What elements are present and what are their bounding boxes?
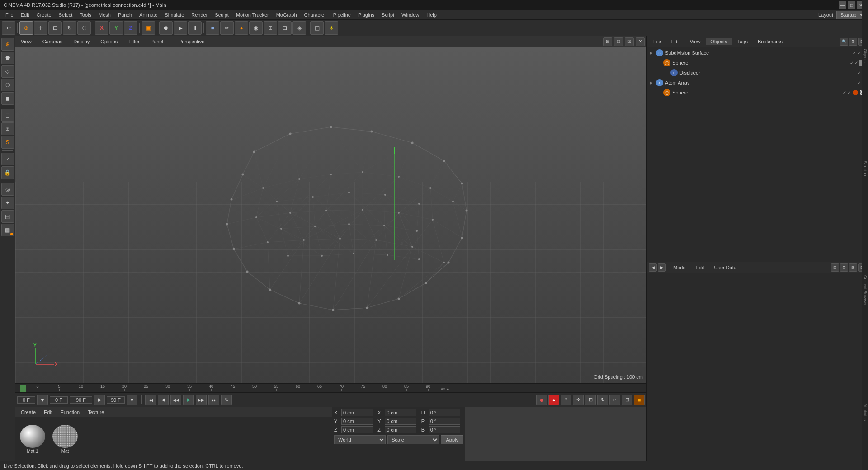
menu-script[interactable]: Script [378, 11, 398, 19]
frame-minus-btn[interactable]: ▼ [37, 395, 48, 405]
menu-punch[interactable]: Punch [114, 11, 136, 19]
material-menu-create[interactable]: Create [17, 409, 39, 416]
menu-plugins[interactable]: Plugins [354, 11, 378, 19]
transform-tool-button[interactable]: ⬡ [77, 21, 91, 35]
menu-mesh[interactable]: Mesh [95, 11, 114, 19]
obj-tab-file[interactable]: File [649, 38, 666, 45]
obj-item-sphere-2[interactable]: ▶ ◯ Sphere ✓ ✓ [648, 88, 867, 98]
rotate-tool-button[interactable]: ↻ [63, 21, 76, 35]
obj-render-sphere2[interactable]: ✓ [847, 90, 851, 95]
attr-tab-mode[interactable]: Mode [669, 264, 690, 271]
menu-animate[interactable]: Animate [136, 11, 161, 19]
viewport-menu-filter[interactable]: Filter [125, 38, 143, 45]
obj-item-displacer[interactable]: ▶ D Displacer ✓ ✓ [648, 68, 867, 78]
tool-knife[interactable]: ✦ [1, 197, 14, 209]
obj-tab-edit[interactable]: Edit [667, 38, 684, 45]
rotate-key-btn[interactable]: ↻ [597, 395, 608, 405]
viewport-icon-1[interactable]: ⊞ [603, 37, 612, 46]
attr-fwd-btn[interactable]: ▶ [658, 263, 666, 272]
obj-item-sphere-1[interactable]: ▶ ◯ Sphere ✓ ✓ [648, 58, 867, 68]
coord-y-size-input[interactable] [385, 418, 416, 425]
coord-system-dropdown[interactable]: World Object [334, 435, 386, 444]
scale-key-btn[interactable]: ⊡ [585, 395, 596, 405]
attr-tab-userdata[interactable]: User Data [710, 264, 741, 271]
obj-tab-objects[interactable]: Objects [706, 38, 731, 45]
loop-btn[interactable]: ↻ [221, 395, 232, 405]
z-axis-button[interactable]: Z [124, 21, 137, 35]
move-tool-button[interactable]: ✛ [34, 21, 47, 35]
menu-edit[interactable]: Edit [17, 11, 33, 19]
display-mode-btn[interactable]: ◫ [310, 21, 324, 35]
apply-button[interactable]: Apply [441, 435, 463, 444]
render2-btn[interactable]: ◈ [292, 21, 306, 35]
frame-plus-btn2[interactable]: ▼ [127, 395, 137, 405]
menu-sculpt[interactable]: Sculpt [211, 11, 232, 19]
tool-uvw[interactable]: ◼ [1, 92, 14, 105]
obj-render-icon-subdivision[interactable]: ✓ [857, 51, 861, 56]
coord-z-pos-input[interactable] [341, 426, 373, 433]
coord-p-rot-input[interactable] [429, 418, 460, 425]
coord-y-pos-input[interactable] [341, 418, 373, 425]
minimize-button[interactable]: — [839, 1, 846, 9]
tool-points[interactable]: ⬟ [1, 52, 14, 64]
play-forward-btn[interactable]: ▶ [183, 395, 194, 405]
obj-arrow-subdivision[interactable]: ▶ [650, 51, 654, 55]
record-red-btn[interactable]: ● [548, 395, 559, 405]
obj-vis-sphere2[interactable]: ✓ [843, 90, 846, 95]
material-menu-texture[interactable]: Texture [84, 409, 108, 416]
light-mode-btn[interactable]: ☀ [325, 21, 338, 35]
play-fwd-btn[interactable]: ▶▶ [196, 395, 207, 405]
stop-button[interactable]: ⏸ [188, 21, 202, 35]
tool-bottom[interactable]: ▤ [1, 224, 14, 236]
start-frame-input[interactable] [50, 396, 68, 404]
obj-item-subdivision-surface[interactable]: ▶ S Subdivision Surface ✓ ✓ [648, 48, 867, 58]
obj-arrow-atom[interactable]: ▶ [650, 80, 654, 85]
record-button[interactable]: ⏺ [159, 21, 173, 35]
obj-vis-displacer[interactable]: ✓ [857, 70, 861, 75]
menu-window[interactable]: Window [398, 11, 423, 19]
obj-vis-sphere1[interactable]: ✓ [850, 61, 854, 66]
goto-start-btn[interactable]: ⏮ [145, 395, 156, 405]
tool-brush[interactable]: S [1, 136, 14, 149]
menu-help[interactable]: Help [423, 11, 440, 19]
select-tool-button[interactable]: ⊕ [19, 21, 33, 35]
question-btn[interactable]: ? [561, 395, 571, 405]
material-swatch-2[interactable]: Mat [51, 425, 80, 454]
menu-render[interactable]: Render [188, 11, 211, 19]
obj-tab-tags[interactable]: Tags [733, 38, 752, 45]
end-frame-input-1[interactable] [70, 396, 92, 404]
texture-btn[interactable]: ⊞ [264, 21, 277, 35]
scale-tool-button[interactable]: ⊡ [48, 21, 62, 35]
attr-icon-1[interactable]: ⊟ [831, 263, 839, 272]
material-swatch-1[interactable]: Mat.1 [18, 425, 47, 454]
render-btn[interactable]: ⊡ [278, 21, 292, 35]
undo-button[interactable]: ↩ [2, 21, 15, 35]
frame-plus-btn[interactable]: ▶ [94, 395, 105, 405]
viewport-icon-4[interactable]: ✕ [636, 37, 645, 46]
menu-tools[interactable]: Tools [76, 11, 95, 19]
play-back-btn[interactable]: ◀◀ [170, 395, 181, 405]
menu-pipeline[interactable]: Pipeline [330, 11, 354, 19]
timeline-ruler[interactable]: 0 5 10 15 20 25 30 35 40 45 50 55 60 65 … [15, 383, 646, 392]
viewport-menu-cameras[interactable]: Cameras [39, 38, 66, 45]
viewport-menu-panel[interactable]: Panel [147, 38, 167, 45]
viewport-3d[interactable]: X Y Grid Spacing : 100 cm [15, 47, 646, 383]
x-axis-button[interactable]: X [95, 21, 108, 35]
attr-tab-edit[interactable]: Edit [691, 264, 709, 271]
obj-item-atom-array[interactable]: ▶ A Atom Array ✓ ✓ [648, 78, 867, 88]
coord-x-pos-input[interactable] [341, 409, 373, 416]
menu-mograph[interactable]: MoGraph [273, 11, 301, 19]
menu-select[interactable]: Select [55, 11, 76, 19]
record-btn[interactable]: ⏺ [536, 395, 547, 405]
viewport-menu-view[interactable]: View [17, 38, 35, 45]
menu-simulate[interactable]: Simulate [161, 11, 188, 19]
material-menu-edit[interactable]: Edit [40, 409, 56, 416]
obj-tab-view[interactable]: View [685, 38, 705, 45]
coord-x-size-input[interactable] [385, 409, 416, 416]
tool-poly[interactable]: ⬡ [1, 79, 14, 91]
obj-tab-bookmarks[interactable]: Bookmarks [753, 38, 787, 45]
step-back-btn[interactable]: ◀ [158, 395, 169, 405]
tool-select[interactable]: ⊕ [1, 38, 14, 51]
render-region-button[interactable]: ▣ [142, 21, 155, 35]
obj-render-sphere1[interactable]: ✓ [854, 61, 858, 66]
